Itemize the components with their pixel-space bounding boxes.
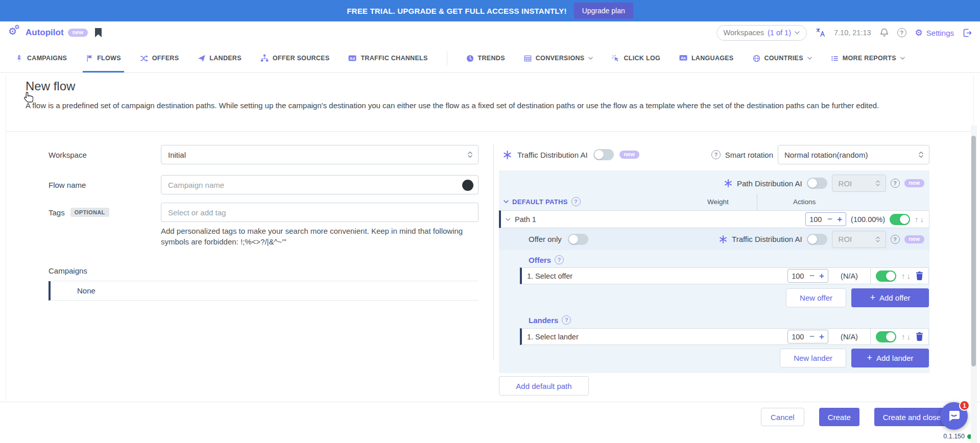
lander-enabled-toggle[interactable] — [876, 331, 896, 342]
move-down-icon[interactable]: ↓ — [907, 332, 911, 341]
move-up-icon[interactable]: ↑ — [915, 215, 919, 224]
move-up-icon[interactable]: ↑ — [901, 272, 905, 280]
settings-button[interactable]: ⚙ Settings — [915, 29, 954, 37]
default-paths-header[interactable]: DEFAULT PATHS ? — [504, 197, 581, 206]
new-lander-button[interactable]: New lander — [780, 349, 846, 367]
plus-icon[interactable]: + — [837, 215, 842, 224]
offers-help-icon[interactable]: ? — [555, 255, 564, 264]
nav-countries[interactable]: COUNTRIES — [753, 44, 812, 72]
nav-flows-label: FLOWS — [97, 55, 121, 62]
app-logo[interactable]: ⚙⚙ Autopilot new — [8, 27, 88, 39]
offer-enabled-toggle[interactable] — [876, 270, 896, 282]
minus-icon[interactable]: − — [809, 332, 815, 341]
nav-trends[interactable]: TRENDS — [466, 44, 505, 72]
default-paths-panel: Path Distribution AI ROI ? new DEFAULT P… — [499, 170, 929, 373]
new-badge: new — [904, 179, 924, 187]
landers-help-icon[interactable]: ? — [562, 315, 571, 325]
cancel-button[interactable]: Cancel — [761, 408, 804, 426]
nav-languages[interactable]: Aa LANGUAGES — [679, 44, 734, 72]
smart-rotation-select[interactable]: Normal rotation(random) — [778, 145, 929, 164]
smart-rotation-value: Normal rotation(random) — [784, 151, 868, 159]
chat-widget-button[interactable]: 1 — [940, 402, 968, 430]
header-actions: Workspaces (1 of 1) 7.10, 21:13 ? ⚙ Sett… — [716, 25, 972, 41]
smart-rotation-label: Smart rotation — [725, 151, 773, 159]
trash-icon — [916, 332, 923, 341]
nav-click-log[interactable]: CLICK LOG — [612, 44, 660, 72]
offer-weight-stepper: 100 − + — [787, 269, 828, 283]
minus-icon[interactable]: − — [827, 215, 832, 224]
path-traffic-roi-select[interactable]: ROI — [832, 231, 886, 248]
minus-icon[interactable]: − — [809, 272, 815, 280]
path-roi-select[interactable]: ROI — [832, 175, 886, 192]
nav-landers[interactable]: LANDERS — [198, 44, 242, 72]
traffic-channels-ad-icon: Ad — [348, 55, 356, 62]
logout-icon[interactable] — [963, 29, 972, 37]
default-paths-help-icon[interactable]: ? — [571, 197, 581, 206]
move-up-icon[interactable]: ↑ — [901, 332, 905, 341]
page-description: A flow is a predefined set of campaign d… — [26, 101, 945, 111]
app-name[interactable]: Autopilot — [26, 28, 64, 38]
flow-name-dot-icon[interactable] — [462, 180, 473, 191]
nav-offers[interactable]: OFFERS — [140, 44, 179, 72]
offer-only-row: Offer only Traffic Distribution AI ROI ?… — [499, 228, 929, 250]
add-default-path-button[interactable]: Add default path — [499, 376, 589, 396]
nav-more-reports-label: MORE REPORTS — [843, 55, 896, 62]
help-icon[interactable]: ? — [897, 28, 906, 37]
path-distribution-help-icon[interactable]: ? — [891, 179, 900, 188]
chevron-expanded-icon[interactable] — [506, 218, 511, 221]
nav-conversions[interactable]: CONVERSIONS — [524, 44, 593, 72]
offer-weight-value[interactable]: 100 — [792, 272, 805, 280]
nav-offer-sources[interactable]: OFFER SOURCES — [260, 44, 330, 72]
lander-stat: (N/A) — [833, 333, 865, 341]
create-button[interactable]: Create — [819, 408, 859, 426]
move-down-icon[interactable]: ↓ — [907, 272, 911, 280]
path-traffic-ai-group: Traffic Distribution AI ROI ? new — [719, 231, 924, 248]
lander-weight-value[interactable]: 100 — [792, 333, 805, 341]
offer-stat: (N/A) — [833, 272, 865, 280]
flow-name-input[interactable] — [168, 181, 471, 189]
nav-traffic-channels[interactable]: Ad TRAFFIC CHANNELS — [348, 44, 427, 72]
add-lander-button[interactable]: + Add lander — [851, 349, 929, 367]
ai-icon — [724, 179, 732, 187]
traffic-distribution-ai-row: Traffic Distribution AI new ? Smart rota… — [503, 145, 929, 164]
new-badge: new — [904, 235, 924, 243]
path-weight-value[interactable]: 100 — [809, 215, 823, 224]
svg-text:Ad: Ad — [350, 56, 355, 61]
actions-column-header: Actions — [793, 198, 816, 206]
move-down-icon[interactable]: ↓ — [920, 215, 924, 224]
bookmark-icon[interactable] — [95, 28, 102, 37]
traffic-distribution-ai-toggle[interactable] — [593, 149, 614, 160]
workspaces-selector[interactable]: Workspaces (1 of 1) — [716, 25, 807, 41]
smart-rotation-help-icon[interactable]: ? — [711, 150, 721, 159]
plus-icon[interactable]: + — [819, 272, 824, 280]
lander-delete-button[interactable] — [916, 332, 923, 341]
offer-only-toggle[interactable] — [568, 234, 588, 245]
new-offer-button[interactable]: New offer — [786, 288, 846, 307]
card-left-edge — [6, 76, 6, 401]
scrollbar-thumb[interactable] — [971, 136, 976, 366]
translate-icon[interactable] — [816, 28, 825, 37]
tags-input[interactable] — [168, 208, 471, 217]
path-distribution-ai-toggle[interactable] — [807, 178, 827, 189]
workspace-select[interactable]: Initial — [161, 145, 479, 164]
campaigns-rocket-icon — [15, 54, 23, 62]
offers-heading: Offers ? — [529, 255, 564, 264]
nav-campaigns[interactable]: CAMPAIGNS — [15, 44, 67, 72]
path-distribution-ai-label: Path Distribution AI — [737, 179, 802, 188]
offer-select-label[interactable]: 1. Select offer — [527, 272, 782, 280]
create-and-close-button[interactable]: Create and close — [874, 408, 949, 426]
chevron-down-icon — [795, 31, 800, 34]
lander-row: 1. Select lander 100 − + (N/A) ↑ ↓ — [520, 328, 929, 345]
path-enabled-toggle[interactable] — [890, 214, 910, 225]
nav-more-reports[interactable]: MORE REPORTS — [831, 44, 905, 72]
plus-icon[interactable]: + — [819, 332, 824, 341]
select-caret-icon — [918, 151, 924, 158]
traffic-ai-help-icon[interactable]: ? — [891, 235, 900, 244]
add-offer-button[interactable]: + Add offer — [851, 288, 929, 307]
offer-delete-button[interactable] — [916, 272, 923, 280]
notifications-bell-icon[interactable] — [880, 28, 889, 37]
lander-select-label[interactable]: 1. Select lander — [527, 333, 782, 341]
upgrade-plan-button[interactable]: Upgrade plan — [574, 3, 633, 19]
path-traffic-ai-toggle[interactable] — [807, 234, 827, 245]
nav-flows[interactable]: FLOWS — [86, 44, 121, 72]
